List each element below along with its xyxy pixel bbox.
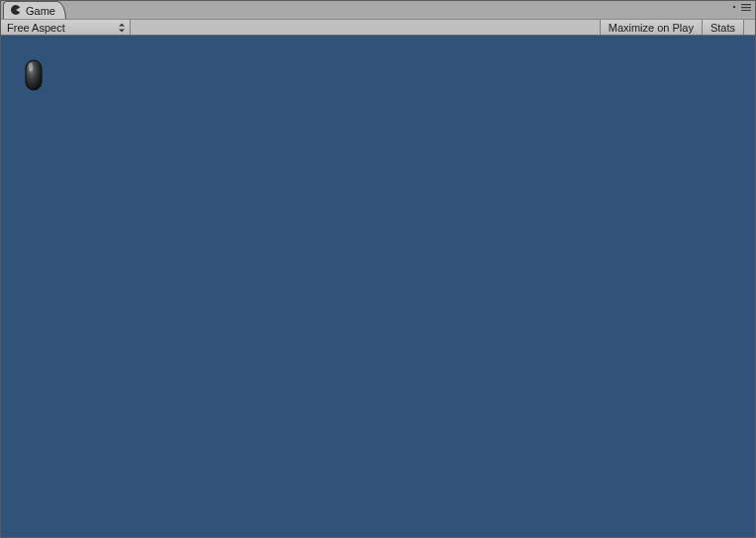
svg-point-0 <box>733 6 735 8</box>
aspect-ratio-label: Free Aspect <box>7 22 65 34</box>
stats-label: Stats <box>710 22 735 34</box>
updown-arrows-icon <box>118 22 126 34</box>
gizmos-dropdown[interactable] <box>743 20 755 35</box>
maximize-on-play-button[interactable]: Maximize on Play <box>600 20 702 35</box>
tab-game[interactable]: Game <box>3 1 66 19</box>
game-window: Game Free Aspect Maximize on <box>0 0 756 538</box>
svg-rect-2 <box>741 7 751 8</box>
window-options-icons[interactable] <box>730 3 751 11</box>
stats-button[interactable]: Stats <box>702 20 743 35</box>
player-capsule-sprite <box>25 59 43 91</box>
svg-rect-4 <box>26 60 42 90</box>
toolbar-spacer <box>131 20 600 35</box>
menu-lines-icon <box>741 3 751 11</box>
pacman-icon <box>10 4 26 18</box>
svg-point-5 <box>29 63 33 72</box>
aspect-ratio-dropdown[interactable]: Free Aspect <box>1 20 131 35</box>
svg-rect-3 <box>741 10 751 11</box>
game-viewport[interactable] <box>1 36 755 537</box>
maximize-on-play-label: Maximize on Play <box>609 22 694 34</box>
dot-icon <box>730 3 738 11</box>
svg-rect-1 <box>741 4 751 5</box>
tab-game-label: Game <box>26 5 55 17</box>
tab-strip: Game <box>1 1 755 19</box>
game-toolbar: Free Aspect Maximize on Play Stats <box>1 19 755 36</box>
